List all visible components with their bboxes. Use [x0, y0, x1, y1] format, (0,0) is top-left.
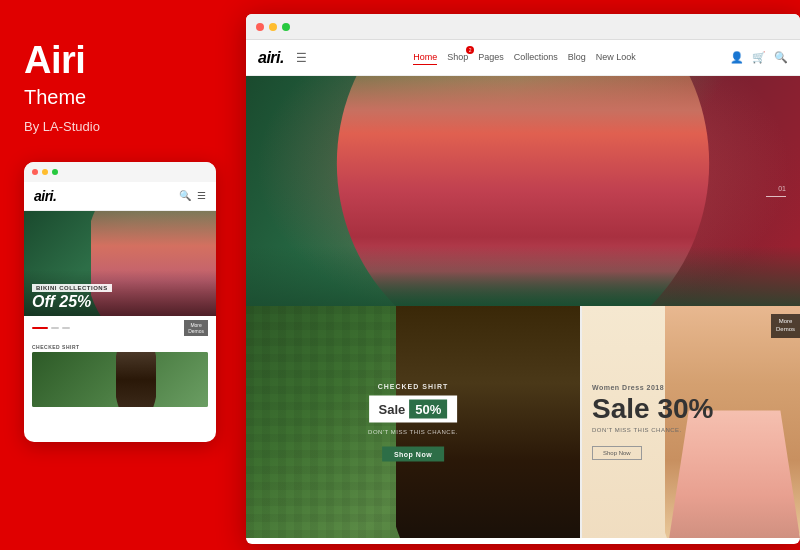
hero-indicator-line: [766, 196, 786, 197]
nav-link-shop[interactable]: Shop 2: [447, 50, 468, 65]
desktop-dot-red: [256, 23, 264, 31]
left-panel: Airi Theme By LA-Studio airi. 🔍 ☰ BIKINI…: [0, 0, 240, 550]
hero-water: [246, 246, 800, 306]
right-panel: airi. ☰ Home Shop 2 Pages Collections Bl…: [246, 14, 800, 544]
desktop-nav-icons: 👤 🛒 🔍: [730, 51, 788, 64]
desktop-nav: airi. ☰ Home Shop 2 Pages Collections Bl…: [246, 40, 800, 76]
mobile-menu-icon: ☰: [197, 190, 206, 201]
mobile-bottom-image: [32, 352, 208, 407]
nav-link-collections[interactable]: Collections: [514, 50, 558, 65]
mobile-bottom-tag: CHECKED SHIRT: [32, 344, 208, 350]
desktop-hero: 01: [246, 76, 800, 306]
mobile-chrome-dots: [24, 162, 216, 182]
desktop-dot-green: [282, 23, 290, 31]
desktop-user-icon[interactable]: 👤: [730, 51, 744, 64]
app-title: Airi: [24, 40, 216, 82]
grid-right-shop-button[interactable]: Shop Now: [592, 446, 642, 460]
mobile-dot-green: [52, 169, 58, 175]
nav-link-pages[interactable]: Pages: [478, 50, 504, 65]
shop-badge: 2: [466, 46, 474, 54]
grid-right-item: Women Dress 2018 Sale 30% DON'T MISS THI…: [582, 306, 800, 538]
desktop-nav-links: Home Shop 2 Pages Collections Blog New L…: [319, 50, 730, 65]
grid-right-content: Women Dress 2018 Sale 30% DON'T MISS THI…: [592, 384, 713, 460]
grid-left-item: CHECKED SHIRT Sale 50% DON'T MISS THIS C…: [246, 306, 580, 538]
mobile-hero-overlay: BIKINI COLLECTIONS Off 25%: [24, 270, 216, 316]
mobile-dot-yellow: [42, 169, 48, 175]
desktop-search-icon[interactable]: 🔍: [774, 51, 788, 64]
mobile-more-demos[interactable]: More Demos: [184, 320, 208, 336]
app-subtitle: Theme: [24, 86, 216, 109]
grid-left-content: CHECKED SHIRT Sale 50% DON'T MISS THIS C…: [368, 383, 458, 462]
app-author: By LA-Studio: [24, 119, 216, 134]
mobile-bottom-section: CHECKED SHIRT: [24, 340, 216, 411]
mobile-mockup: airi. 🔍 ☰ BIKINI COLLECTIONS Off 25% Mor…: [24, 162, 216, 442]
mobile-nav-dot-2: [51, 327, 59, 329]
desktop-menu-icon[interactable]: ☰: [296, 51, 307, 65]
nav-link-newlook[interactable]: New Look: [596, 50, 636, 65]
mobile-logo: airi.: [34, 188, 56, 204]
hero-indicator-number: 01: [778, 185, 786, 192]
mobile-dot-red: [32, 169, 38, 175]
more-demos-badge[interactable]: More Demos: [771, 314, 800, 338]
grid-right-tag: Women Dress 2018: [592, 384, 713, 391]
grid-right-sale: Sale 30%: [592, 395, 713, 423]
nav-link-home[interactable]: Home: [413, 50, 437, 65]
mobile-hero-tag: BIKINI COLLECTIONS: [32, 284, 112, 292]
desktop-dot-yellow: [269, 23, 277, 31]
grid-left-subtext: DON'T MISS THIS CHANCE.: [368, 429, 458, 435]
desktop-nav-logo: airi.: [258, 49, 284, 67]
mobile-nav-dot-1: [32, 327, 48, 329]
mobile-search-icon: 🔍: [179, 190, 191, 201]
mobile-nav-dots: More Demos: [24, 316, 216, 340]
mobile-header-icons: 🔍 ☰: [179, 190, 206, 201]
grid-sale-percent: 50%: [409, 400, 447, 419]
mobile-hero-text: Off 25%: [32, 294, 208, 310]
grid-shop-now-button[interactable]: Shop Now: [382, 447, 444, 462]
mobile-nav-dot-3: [62, 327, 70, 329]
grid-sale-badge: Sale 50%: [369, 396, 458, 423]
nav-link-blog[interactable]: Blog: [568, 50, 586, 65]
hero-indicator: 01: [766, 185, 786, 197]
mobile-header: airi. 🔍 ☰: [24, 182, 216, 211]
grid-right-subtext: DON'T MISS THIS CHANCE.: [592, 427, 713, 433]
desktop-bottom-grid: CHECKED SHIRT Sale 50% DON'T MISS THIS C…: [246, 306, 800, 538]
grid-left-tag: CHECKED SHIRT: [368, 383, 458, 390]
grid-sale-label: Sale: [379, 402, 406, 417]
desktop-chrome: [246, 14, 800, 40]
desktop-cart-icon[interactable]: 🛒: [752, 51, 766, 64]
mobile-hero: BIKINI COLLECTIONS Off 25%: [24, 211, 216, 316]
